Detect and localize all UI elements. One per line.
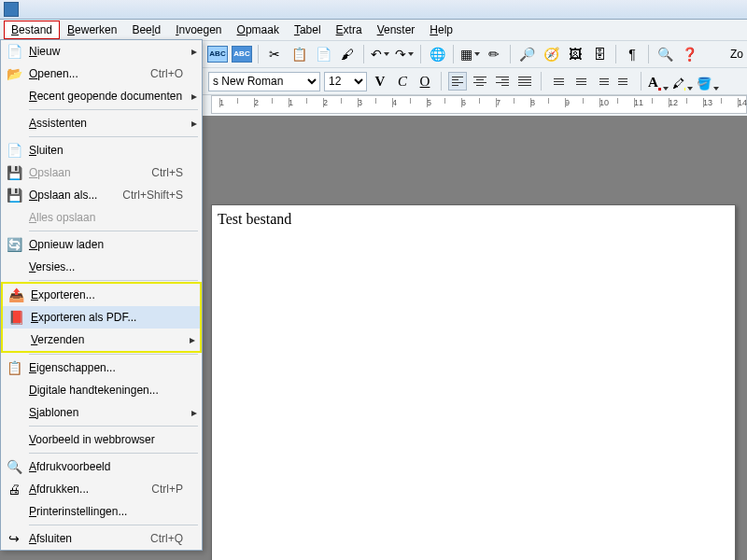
bold-button[interactable]: V xyxy=(371,72,389,91)
menu-item-label: Exporteren... xyxy=(29,288,185,301)
menu-venster[interactable]: Venster xyxy=(370,21,423,39)
gallery-button[interactable]: 🖼 xyxy=(564,43,586,65)
menu-item-afdrukvoorbeeld[interactable]: 🔍Afdrukvoorbeeld xyxy=(1,455,202,478)
menu-item-label: Sjablonen xyxy=(27,406,187,419)
redo-button[interactable]: ↷ xyxy=(393,43,416,65)
menu-item-eigenschappen-[interactable]: 📋Eigenschappen... xyxy=(1,357,202,379)
numbered-list-button[interactable] xyxy=(548,72,567,91)
menu-item-alles-opslaan[interactable]: Alles opslaan xyxy=(1,206,202,229)
menu-item-label: Versies... xyxy=(27,260,187,273)
format-paintbrush-button[interactable]: 🖌 xyxy=(336,43,359,65)
show-draw-button[interactable]: ✏ xyxy=(483,43,505,65)
font-name-select[interactable]: s New Roman xyxy=(208,72,320,91)
exporteren--icon: 📤 xyxy=(3,287,29,302)
highlight-color-button[interactable]: 🖍 xyxy=(672,72,693,91)
copy-button[interactable]: 📋 xyxy=(288,43,310,65)
menu-item-label: Digitale handtekeningen... xyxy=(27,384,187,397)
app-icon xyxy=(4,2,19,17)
menu-item-label: Afdrukvoorbeeld xyxy=(27,460,187,473)
menu-help[interactable]: Help xyxy=(422,21,460,39)
menu-item-printerinstellingen-[interactable]: Printerinstellingen... xyxy=(1,500,202,523)
keyboard-shortcut: Ctrl+O xyxy=(150,67,183,80)
undo-button[interactable]: ↶ xyxy=(369,43,391,65)
menu-item-exporteren-als-pdf-[interactable]: 📕Exporteren als PDF... xyxy=(3,306,200,329)
menu-item-nieuw[interactable]: 📄Nieuw▸ xyxy=(1,40,202,63)
menu-item-label: Assistenten xyxy=(27,117,187,130)
menu-item-verzenden[interactable]: Verzenden▸ xyxy=(3,329,200,351)
menu-item-afdrukken-[interactable]: 🖨Afdrukken...Ctrl+P xyxy=(1,478,202,500)
menu-opmaak[interactable]: Opmaak xyxy=(230,21,287,39)
submenu-arrow-icon: ▸ xyxy=(185,333,200,346)
menu-item-label: Nieuw xyxy=(27,45,187,58)
menu-invoegen[interactable]: Invoegen xyxy=(168,21,229,39)
help-button[interactable]: ❓ xyxy=(678,43,700,65)
align-right-button[interactable] xyxy=(493,72,512,91)
menu-item-assistenten[interactable]: Assistenten▸ xyxy=(1,112,202,134)
font-color-button[interactable]: A xyxy=(648,72,669,91)
menu-item-opslaan-als-[interactable]: 💾Opslaan als...Ctrl+Shift+S xyxy=(1,184,202,206)
menu-item-label: Alles opslaan xyxy=(27,211,187,224)
decrease-indent-button[interactable] xyxy=(593,72,612,91)
menu-beeld[interactable]: Beeld xyxy=(124,21,168,39)
sluiten-icon: 📄 xyxy=(1,143,27,158)
zoom-field[interactable]: Zo xyxy=(730,48,747,61)
menu-item-sjablonen[interactable]: Sjablonen▸ xyxy=(1,401,202,424)
menu-item-recent-geopende-documenten[interactable]: Recent geopende documenten▸ xyxy=(1,85,202,107)
horizontal-ruler[interactable]: 121234567891011121314 xyxy=(211,95,747,114)
menu-item-exporteren-[interactable]: 📤Exporteren... xyxy=(3,284,200,306)
paste-button[interactable]: 📄 xyxy=(312,43,334,65)
menu-item-voorbeeld-in-webbrowser[interactable]: Voorbeeld in webbrowser xyxy=(1,428,202,451)
submenu-arrow-icon: ▸ xyxy=(187,117,202,130)
background-color-button[interactable]: 🪣 xyxy=(697,72,717,91)
menu-item-opslaan[interactable]: 💾OpslaanCtrl+S xyxy=(1,161,202,184)
align-center-button[interactable] xyxy=(471,72,489,91)
spellcheck-button[interactable]: ABC xyxy=(206,43,229,65)
align-justify-button[interactable] xyxy=(515,72,534,91)
cut-button[interactable]: ✂ xyxy=(263,43,286,65)
document-page[interactable]: Test bestand xyxy=(211,204,736,560)
keyboard-shortcut: Ctrl+S xyxy=(151,166,183,179)
menu-item-opnieuw-laden[interactable]: 🔄Opnieuw laden xyxy=(1,233,202,256)
nonprinting-button[interactable]: ¶ xyxy=(621,43,643,65)
exporteren-als-pdf--icon: 📕 xyxy=(3,310,29,325)
autospell-button[interactable]: ABC xyxy=(231,43,253,65)
menu-item-label: Exporteren als PDF... xyxy=(29,311,185,324)
document-text[interactable]: Test bestand xyxy=(218,211,291,228)
menu-item-label: Eigenschappen... xyxy=(27,361,187,374)
menu-bestand[interactable]: Bestand xyxy=(4,21,60,39)
table-button[interactable]: ▦ xyxy=(458,43,481,65)
menu-bewerken[interactable]: Bewerken xyxy=(60,21,124,39)
underline-button[interactable]: O xyxy=(416,72,434,91)
menu-item-digitale-handtekeningen-[interactable]: Digitale handtekeningen... xyxy=(1,379,202,401)
menu-item-label: Verzenden xyxy=(29,333,185,346)
navigator-button[interactable]: 🧭 xyxy=(540,43,562,65)
hyperlink-button[interactable]: 🌐 xyxy=(426,43,448,65)
data-sources-button[interactable]: 🗄 xyxy=(588,43,611,65)
menu-tabel[interactable]: Tabel xyxy=(287,21,329,39)
menu-item-label: Recent geopende documenten xyxy=(27,90,187,103)
menu-extra[interactable]: Extra xyxy=(329,21,370,39)
afsluiten-icon: ↪ xyxy=(1,531,27,546)
menu-item-sluiten[interactable]: 📄Sluiten xyxy=(1,139,202,161)
menu-item-openen-[interactable]: 📂Openen...Ctrl+O xyxy=(1,63,202,85)
find-button[interactable]: 🔎 xyxy=(515,43,538,65)
zoom-button[interactable]: 🔍 xyxy=(654,43,676,65)
menu-item-label: Printerinstellingen... xyxy=(27,505,187,518)
afdrukken--icon: 🖨 xyxy=(1,482,27,497)
align-left-button[interactable] xyxy=(448,72,467,91)
italic-button[interactable]: C xyxy=(393,72,412,91)
bulleted-list-button[interactable] xyxy=(571,72,589,91)
keyboard-shortcut: Ctrl+Shift+S xyxy=(122,189,183,202)
font-size-select[interactable]: 12 xyxy=(324,72,367,91)
submenu-arrow-icon: ▸ xyxy=(187,90,202,103)
menu-item-label: Voorbeeld in webbrowser xyxy=(27,433,187,446)
openen--icon: 📂 xyxy=(1,66,27,81)
increase-indent-button[interactable] xyxy=(615,72,634,91)
submenu-arrow-icon: ▸ xyxy=(187,45,202,58)
menu-item-versies-[interactable]: Versies... xyxy=(1,256,202,278)
menu-item-label: Opnieuw laden xyxy=(27,238,187,251)
menu-item-afsluiten[interactable]: ↪AfsluitenCtrl+Q xyxy=(1,527,202,550)
keyboard-shortcut: Ctrl+Q xyxy=(150,532,183,545)
menu-item-label: Sluiten xyxy=(27,144,187,157)
afdrukvoorbeeld-icon: 🔍 xyxy=(1,459,27,474)
